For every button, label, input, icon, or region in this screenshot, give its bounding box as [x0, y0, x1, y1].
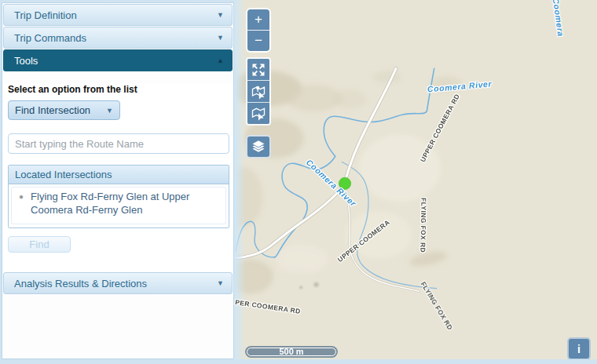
panel-tools-label: Tools: [14, 55, 38, 67]
map-canvas[interactable]: UPPER COOMERA RD UPPER COOMERA PER COOME…: [234, 0, 597, 359]
panel-trip-commands[interactable]: Trip Commands ▼: [3, 27, 233, 49]
terrain-light-patches: [276, 135, 441, 273]
zoom-to-selection-button[interactable]: [247, 81, 269, 102]
terrain-dots: [299, 282, 318, 289]
panel-tools[interactable]: Tools ▲: [3, 49, 233, 71]
info-icon: i: [577, 343, 581, 355]
panel-trip-definition[interactable]: Trip Definition ▼: [3, 4, 233, 26]
clear-selection-button[interactable]: [247, 103, 269, 124]
full-extent-icon: [251, 62, 266, 78]
panel-analysis-results[interactable]: Analysis Results & Directions ▼: [3, 272, 233, 294]
panel-trip-commands-label: Trip Commands: [14, 32, 86, 44]
bullet-icon: ●: [19, 191, 24, 220]
full-extent-button[interactable]: [247, 59, 269, 80]
chevron-down-icon: ▼: [217, 279, 224, 287]
zoom-to-selection-icon: [251, 84, 266, 100]
layers-button[interactable]: [246, 135, 271, 158]
tool-select-dropdown[interactable]: Find Intersection ▼: [8, 100, 120, 120]
intersection-text: Flying Fox Rd-Ferny Glen at Upper Coomer…: [31, 191, 222, 220]
zoom-control: + −: [246, 8, 271, 53]
route-name-input[interactable]: [8, 133, 229, 154]
chevron-down-icon: ▼: [217, 34, 224, 42]
chevron-down-icon: ▼: [217, 11, 224, 19]
located-intersections-header: Located Intersections: [9, 166, 229, 184]
info-button[interactable]: i: [567, 337, 591, 359]
road-label-flying-fox-1: FLYING FOX RD: [419, 198, 427, 253]
zoom-out-button[interactable]: −: [247, 31, 269, 51]
select-option-label: Select an option from the list: [8, 84, 233, 95]
clear-selection-icon: [251, 106, 266, 122]
panel-trip-definition-label: Trip Definition: [14, 9, 77, 21]
scale-bar: 500 m: [245, 346, 338, 358]
chevron-down-icon: ▼: [106, 107, 113, 115]
chevron-up-icon: ▲: [217, 56, 224, 64]
zoom-in-button[interactable]: +: [247, 9, 269, 30]
find-button[interactable]: Find: [8, 236, 71, 253]
located-intersections-list: ● Flying Fox Rd-Ferny Glen at Upper Coom…: [9, 184, 229, 228]
tool-select-value: Find Intersection: [15, 104, 90, 116]
sidebar: Trip Definition ▼ Trip Commands ▼ Tools …: [2, 2, 234, 359]
located-intersections-box: Located Intersections ● Flying Fox Rd-Fe…: [8, 165, 229, 228]
tools-panel-content: Select an option from the list Find Inte…: [2, 84, 233, 271]
map-tool-group: [246, 57, 271, 126]
panel-analysis-results-label: Analysis Results & Directions: [14, 278, 147, 289]
list-item[interactable]: ● Flying Fox Rd-Ferny Glen at Upper Coom…: [11, 187, 226, 224]
layers-icon: [250, 138, 267, 155]
scale-bar-label: 500 m: [245, 347, 338, 356]
